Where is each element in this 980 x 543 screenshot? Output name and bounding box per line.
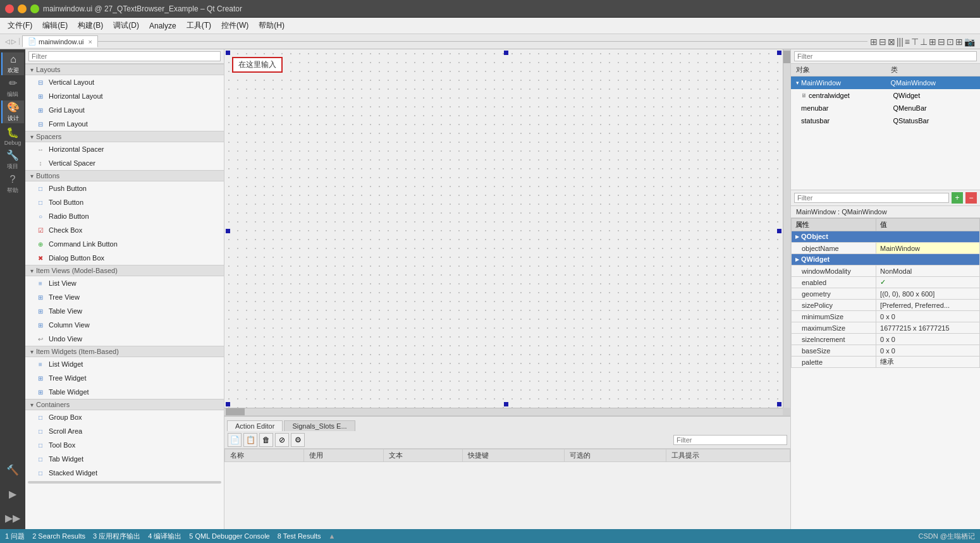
menu-debug[interactable]: 调试(D) — [108, 19, 144, 32]
toolbar-icon-5[interactable]: ≡ — [905, 37, 910, 47]
obj-filter-input[interactable] — [794, 51, 977, 61]
act-project[interactable]: 🔧 项目 — [1, 149, 24, 171]
close-button[interactable] — [5, 4, 14, 13]
action-block-btn[interactable]: ⊘ — [275, 433, 289, 447]
section-layouts[interactable]: ▾ Layouts — [25, 64, 224, 75]
act-bottom-1[interactable]: 🔨 — [1, 458, 24, 481]
prop-val-objectname[interactable]: MainWindow — [876, 243, 980, 254]
handle-bm[interactable] — [504, 402, 508, 406]
handle-bl[interactable] — [226, 402, 230, 406]
prop-remove-btn[interactable]: − — [965, 192, 977, 204]
canvas-widget-container[interactable]: 在这里输入 — [232, 57, 283, 73]
sidebar-item-tree-view[interactable]: ⊞ Tree View — [25, 290, 224, 304]
act-help[interactable]: ? 帮助 — [1, 173, 24, 195]
tab-close-icon[interactable]: × — [89, 38, 92, 46]
canvas-hscroll-thumb[interactable] — [226, 408, 245, 415]
handle-ml[interactable] — [226, 229, 230, 233]
act-bottom-2[interactable]: ▶ — [1, 482, 24, 505]
toolbar-icon-2[interactable]: ⊟ — [879, 37, 886, 47]
sidebar-item-vertical-spacer[interactable]: ↕ Vertical Spacer — [25, 156, 224, 170]
action-delete-btn[interactable]: 🗑 — [259, 433, 273, 447]
section-item-widgets[interactable]: ▾ Item Widgets (Item-Based) — [25, 346, 224, 357]
menu-controls[interactable]: 控件(W) — [216, 19, 254, 32]
sidebar-item-list-widget[interactable]: ≡ List Widget — [25, 357, 224, 371]
section-containers[interactable]: ▾ Containers — [25, 399, 224, 410]
prop-row-windowmodality[interactable]: windowModality NonModal — [792, 265, 980, 277]
act-welcome[interactable]: ⌂ 欢迎 — [1, 52, 24, 75]
action-settings-btn[interactable]: ⚙ — [291, 433, 305, 447]
prop-row-objectname[interactable]: objectName MainWindow — [792, 243, 980, 254]
tab-signals-slots[interactable]: Signals_Slots E... — [284, 420, 355, 431]
toolbar-icon-4[interactable]: ||| — [897, 37, 903, 47]
action-filter-input[interactable] — [673, 435, 787, 445]
handle-tl[interactable] — [226, 51, 230, 55]
menu-build[interactable]: 构建(B) — [73, 19, 108, 32]
widget-filter-input[interactable] — [28, 51, 221, 61]
toolbar-icon-6[interactable]: ⊤ — [911, 37, 919, 47]
toolbar-icon-1[interactable]: ⊞ — [870, 37, 878, 47]
sidebar-item-stacked-widget[interactable]: □ Stacked Widget — [25, 466, 224, 480]
sidebar-scrollbar[interactable] — [28, 481, 221, 484]
design-canvas[interactable]: 在这里输入 — [224, 49, 790, 415]
prop-row-geometry[interactable]: geometry [(0, 0), 800 x 600] — [792, 288, 980, 300]
section-buttons[interactable]: ▾ Buttons — [25, 170, 224, 181]
sidebar-item-list-view[interactable]: ≡ List View — [25, 276, 224, 290]
action-copy-btn[interactable]: 📋 — [243, 433, 257, 447]
sidebar-item-table-view[interactable]: ⊞ Table View — [25, 304, 224, 318]
nav-forward[interactable]: ▷ — [11, 38, 16, 45]
nav-back[interactable]: ◁ — [5, 38, 10, 45]
sidebar-item-undo-view[interactable]: ↩ Undo View — [25, 332, 224, 346]
menu-tools[interactable]: 工具(T) — [181, 19, 216, 32]
menu-analyze[interactable]: Analyze — [144, 20, 181, 32]
sidebar-item-push-button[interactable]: □ Push Button — [25, 181, 224, 195]
sidebar-item-horizontal-layout[interactable]: ⊞ Horizontal Layout — [25, 89, 224, 103]
toolbar-icon-10[interactable]: ⊡ — [946, 37, 954, 47]
prop-val-maximumsize[interactable]: 16777215 x 16777215 — [876, 322, 980, 334]
sidebar-item-grid-layout[interactable]: ⊞ Grid Layout — [25, 103, 224, 117]
section-spacers[interactable]: ▾ Spacers — [25, 131, 224, 142]
prop-row-palette[interactable]: palette 继承 — [792, 357, 980, 368]
minimize-button[interactable] — [18, 4, 27, 13]
canvas-vscrollbar[interactable] — [783, 49, 790, 408]
handle-mr[interactable] — [777, 229, 781, 233]
act-edit[interactable]: ✏ 编辑 — [1, 76, 24, 99]
sidebar-item-tool-button[interactable]: □ Tool Button — [25, 195, 224, 209]
canvas-vscroll-thumb[interactable] — [783, 51, 790, 63]
toolbar-icon-7[interactable]: ⊥ — [920, 37, 928, 47]
prop-val-enabled[interactable]: ✓ — [876, 277, 980, 288]
toolbar-icon-11[interactable]: ⊞ — [955, 37, 963, 47]
section-item-views[interactable]: ▾ Item Views (Model-Based) — [25, 265, 224, 276]
tab-action-editor[interactable]: Action Editor — [227, 420, 283, 431]
prop-val-windowmodality[interactable]: NonModal — [876, 265, 980, 277]
toolbar-icon-3[interactable]: ⊠ — [888, 37, 895, 47]
prop-row-minimumsize[interactable]: minimumSize 0 x 0 — [792, 311, 980, 322]
handle-tr[interactable] — [777, 51, 781, 55]
sidebar-item-table-widget[interactable]: ⊞ Table Widget — [25, 385, 224, 399]
prop-val-basesize[interactable]: 0 x 0 — [876, 345, 980, 357]
sidebar-item-form-layout[interactable]: ⊟ Form Layout — [25, 117, 224, 131]
prop-row-basesize[interactable]: baseSize 0 x 0 — [792, 345, 980, 357]
obj-row-menubar[interactable]: menubar QMenuBar — [791, 102, 980, 114]
sidebar-item-column-view[interactable]: ⊞ Column View — [25, 318, 224, 332]
toolbar-icon-9[interactable]: ⊟ — [938, 37, 945, 47]
sidebar-item-check-box[interactable]: ☑ Check Box — [25, 223, 224, 237]
sidebar-item-tab-widget[interactable]: □ Tab Widget — [25, 452, 224, 466]
sidebar-item-radio-button[interactable]: ○ Radio Button — [25, 209, 224, 223]
canvas-hscrollbar[interactable] — [224, 408, 783, 415]
sidebar-item-dialog-button-box[interactable]: ✖ Dialog Button Box — [25, 251, 224, 265]
obj-row-mainwindow[interactable]: ▾ MainWindow QMainWindow — [791, 76, 980, 89]
menu-edit[interactable]: 编辑(E) — [37, 19, 73, 32]
sidebar-item-horizontal-spacer[interactable]: ↔ Horizontal Spacer — [25, 142, 224, 156]
handle-br[interactable] — [777, 402, 781, 406]
prop-row-sizepolicy[interactable]: sizePolicy [Preferred, Preferred... — [792, 300, 980, 311]
obj-row-centralwidget[interactable]: 🖥 centralwidget QWidget — [791, 89, 980, 102]
canvas-text-input[interactable]: 在这里输入 — [232, 57, 283, 73]
prop-val-palette[interactable]: 继承 — [876, 357, 980, 368]
obj-row-statusbar[interactable]: statusbar QStatusBar — [791, 114, 980, 127]
menu-help[interactable]: 帮助(H) — [254, 19, 290, 32]
toolbar-icon-8[interactable]: ⊞ — [929, 37, 936, 47]
act-design[interactable]: 🎨 设计 — [1, 101, 24, 123]
handle-tm[interactable] — [504, 51, 508, 55]
act-debug[interactable]: 🐛 Debug — [1, 125, 24, 147]
menu-file[interactable]: 文件(F) — [3, 19, 37, 32]
